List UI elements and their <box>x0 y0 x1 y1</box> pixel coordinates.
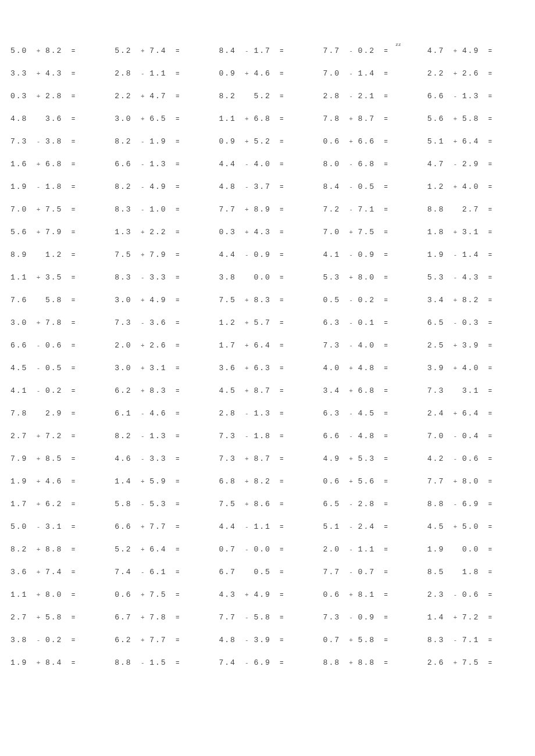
math-problem: 6.70.5= <box>219 568 316 576</box>
operand-a: 3.0 <box>115 114 137 123</box>
operand-b: 4.0 <box>254 160 276 169</box>
operand-a: 8.3 <box>427 636 450 644</box>
equals-sign: = <box>380 524 393 531</box>
math-problem: 2.7+7.2= <box>10 432 108 440</box>
operator: + <box>33 206 45 213</box>
operand-a: 4.5 <box>10 364 33 372</box>
operand-b: 6.4 <box>254 341 276 350</box>
math-problem: 8.2+8.8= <box>10 545 108 554</box>
operand-a: 7.8 <box>10 409 33 418</box>
operand-a: 8.4 <box>219 46 241 55</box>
math-problem: 1.8+3.1= <box>427 228 525 237</box>
operator: + <box>33 501 45 508</box>
math-problem: 6.6-0.6= <box>10 341 108 350</box>
operator: + <box>137 365 149 372</box>
operand-a: 1.4 <box>427 613 450 622</box>
equals-sign: = <box>67 342 80 349</box>
operand-a: 5.2 <box>115 46 137 55</box>
operand-a: 2.6 <box>427 658 450 667</box>
operator: + <box>33 93 45 100</box>
operand-b: 2.4 <box>358 522 380 531</box>
operand-b: 0.2 <box>358 46 380 55</box>
math-problem: 6.3-0.1= <box>323 318 420 327</box>
operator: + <box>450 342 462 349</box>
operand-b: 3.7 <box>254 182 276 191</box>
operator: - <box>33 365 45 372</box>
equals-sign: = <box>276 320 288 327</box>
equals-sign: = <box>276 637 288 644</box>
operand-a: 0.5 <box>323 296 345 304</box>
math-problem: 4.4-4.0= <box>219 160 316 169</box>
math-problem: 1.7+6.4= <box>219 341 316 350</box>
math-problem: 2.6+7.5= <box>427 658 525 667</box>
operand-a: 1.1 <box>10 273 33 282</box>
equals-sign: = <box>380 116 393 123</box>
equals-sign: = <box>380 660 393 667</box>
equals-sign: = <box>380 70 393 77</box>
math-problem: 7.4-6.9= <box>219 658 316 667</box>
math-problem: 4.83.6= <box>10 114 108 123</box>
math-problem: 1.90.0= <box>427 545 525 554</box>
operator: + <box>345 592 358 599</box>
math-problem: 7.5+8.3= <box>219 296 316 304</box>
operator: - <box>345 70 358 77</box>
operand-a: 6.7 <box>115 613 137 622</box>
equals-sign: = <box>67 388 80 395</box>
math-problem: 3.80.0= <box>219 273 316 282</box>
operator: + <box>345 660 358 667</box>
operand-a: 4.2 <box>427 454 450 463</box>
equals-sign: = <box>484 116 497 123</box>
operator: - <box>137 433 149 440</box>
math-problem: 0.6+8.1= <box>323 590 420 599</box>
equals-sign: = <box>172 410 184 417</box>
equals-sign: = <box>276 229 288 236</box>
math-problem: 3.4+6.8= <box>323 386 420 395</box>
equals-sign: = <box>67 184 80 191</box>
operand-b: 2.7 <box>462 205 484 214</box>
operand-a: 7.0 <box>10 205 33 214</box>
operand-a: 7.2 <box>323 205 345 214</box>
equals-sign: = <box>380 342 393 349</box>
operand-b: 7.2 <box>45 432 67 440</box>
math-problem: 0.6+5.6= <box>323 477 420 486</box>
math-problem: 7.4-6.1= <box>115 568 212 576</box>
operand-b: 0.6 <box>462 590 484 599</box>
operand-a: 2.2 <box>427 69 450 78</box>
operand-b: 0.2 <box>358 296 380 304</box>
operator: - <box>33 388 45 395</box>
operand-a: 8.2 <box>219 92 241 101</box>
equals-sign: = <box>67 614 80 621</box>
operand-b: 0.1 <box>358 318 380 327</box>
math-problem: 4.4-1.1= <box>219 522 316 531</box>
operator: - <box>345 161 358 168</box>
equals-sign: = <box>484 614 497 621</box>
math-problem: 3.6+7.4= <box>10 568 108 576</box>
operand-b: 7.9 <box>149 250 172 259</box>
operator: - <box>345 342 358 349</box>
math-problem: 6.6-1.3= <box>427 92 525 101</box>
operator: + <box>241 138 254 145</box>
operand-a: 6.8 <box>219 477 241 486</box>
math-problem: 8.3-7.1= <box>427 636 525 644</box>
operand-a: 8.8 <box>427 205 450 214</box>
equals-sign: = <box>172 524 184 531</box>
math-problem: 1.3+2.2= <box>115 228 212 237</box>
operand-a: 0.9 <box>219 69 241 78</box>
operand-a: 7.8 <box>323 114 345 123</box>
operand-b: 6.9 <box>462 500 484 508</box>
equals-sign: = <box>67 252 80 259</box>
operand-a: 1.6 <box>10 160 33 169</box>
operator: + <box>33 569 45 576</box>
operand-a: 8.3 <box>115 273 137 282</box>
operator: + <box>345 456 358 463</box>
operand-b: 0.3 <box>462 318 484 327</box>
operand-a: 3.3 <box>10 69 33 78</box>
operator: - <box>241 660 254 667</box>
operand-a: 3.6 <box>219 364 241 372</box>
equals-sign: = <box>276 592 288 599</box>
operator: - <box>345 501 358 508</box>
operand-a: 2.0 <box>323 545 345 554</box>
operand-b: 4.6 <box>254 69 276 78</box>
operand-b: 0.5 <box>45 364 67 372</box>
operand-a: 1.8 <box>427 228 450 237</box>
